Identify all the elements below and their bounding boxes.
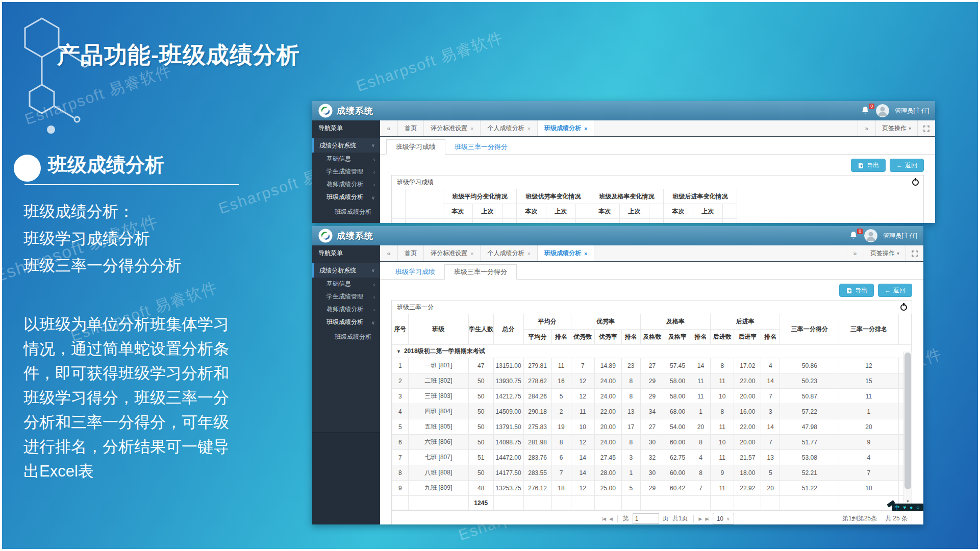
tab-class-score-analysis[interactable]: 班级成绩分析× <box>538 245 594 261</box>
tab-home[interactable]: 首页 <box>398 120 424 136</box>
fullscreen-icon[interactable] <box>917 120 935 136</box>
sidebar-item-teacher-score-analysis[interactable]: 教师成绩分析 ‹ <box>312 303 380 316</box>
app-window-top: 成绩系统 0 管理员[主任] 导航菜单 成绩分析系统 ∨ 基础信息 ‹ <box>312 101 935 223</box>
fullscreen-icon[interactable] <box>906 245 923 261</box>
sidebar-item-score-analysis-system[interactable]: 成绩分析系统 ∨ <box>312 138 380 153</box>
tabs-scroll-right-icon[interactable]: » <box>858 120 875 136</box>
sidebar-item-student-score-mgmt[interactable]: 学生成绩管理 ‹ <box>312 290 380 303</box>
notification-bell-icon[interactable]: 0 <box>861 106 870 116</box>
sidebar-subitem-class-score-analysis[interactable]: 班级成绩分析 <box>312 205 380 218</box>
select-arrow-icon: ∨ <box>726 516 730 521</box>
column-subheader <box>502 204 517 219</box>
export-button[interactable]: 导出 <box>851 159 886 172</box>
table-row[interactable]: 9九班 [809]4813253.75276.12181225.0052960.… <box>392 481 912 496</box>
cell: 47.98 <box>780 419 839 435</box>
first-page-icon[interactable]: |◀ <box>602 516 606 521</box>
table-row[interactable]: 5五班 [805]5013791.50275.83191020.00172754… <box>392 419 912 435</box>
user-name[interactable]: 管理员[主任] <box>883 232 917 240</box>
prev-page-icon[interactable]: ◀ <box>609 516 612 521</box>
cell: 14 <box>691 358 711 373</box>
tabs-scroll-right-icon[interactable]: » <box>846 245 864 261</box>
close-icon[interactable]: × <box>584 126 587 132</box>
tab-strip: « 首页 评分标准设置× 个人成绩分析× 班级成绩分析× » 页签操作▾ <box>380 120 935 137</box>
table-row[interactable]: 4四班 [804]5014509.00290.1821122.00133468.… <box>392 404 912 419</box>
toolbar: 导出 ← 返回 <box>380 280 923 300</box>
exam-group-row[interactable]: ▼2018级初二第一学期期末考试 <box>392 345 912 358</box>
tab-score-standard[interactable]: 评分标准设置× <box>424 120 481 136</box>
column-subheader: 排名 <box>691 330 711 345</box>
triangle-down-icon: ▼ <box>396 349 401 354</box>
sidebar-item-basic-info[interactable]: 基础信息 ‹ <box>312 153 380 165</box>
table-row[interactable]: 3三班 [803]5014212.75284.2651224.0082958.0… <box>392 389 912 404</box>
table-row[interactable]: 2二班 [802]5013930.75278.62161224.0082958.… <box>392 373 912 389</box>
sidebar-item-teacher-score-analysis[interactable]: 教师成绩分析 ‹ <box>312 178 380 191</box>
sidebar-item-score-analysis-system[interactable]: 成绩分析系统 ∨ <box>312 263 380 278</box>
page-number-input[interactable] <box>633 513 659 524</box>
app-brand: 成绩系统 <box>337 230 373 242</box>
cell: 27.45 <box>594 450 621 465</box>
settings-icon[interactable] <box>912 179 919 186</box>
table-row[interactable]: 6六班 [806]5014098.75281.9881224.0083060.0… <box>392 435 912 450</box>
cell <box>392 496 409 510</box>
page-size-select[interactable]: 10 ∨ <box>713 513 734 524</box>
last-page-icon[interactable]: ▶| <box>705 516 709 521</box>
ime-toolbar[interactable]: 中 ♥ ● ○ <box>892 504 923 511</box>
subtab-three-rates-score[interactable]: 班级三率一分得分 <box>445 140 517 154</box>
next-page-icon[interactable]: ▶ <box>699 516 702 521</box>
tab-operations-dropdown[interactable]: 页签操作▾ <box>875 120 917 136</box>
sidebar-item-basic-info[interactable]: 基础信息 ‹ <box>312 278 380 290</box>
app-window-front: 成绩系统 0 管理员[主任] 导航菜单 成绩分析系统 ∨ 基础信息 ‹ <box>312 226 923 524</box>
close-icon[interactable]: × <box>527 126 530 132</box>
slide-background: Esharpsoft 易睿软件 Esharpsoft 易睿软件 Esharpso… <box>0 0 980 551</box>
subtab-class-study-score[interactable]: 班级学习成绩 <box>386 139 445 155</box>
user-name[interactable]: 管理员[主任] <box>895 107 929 115</box>
tab-personal-score-analysis[interactable]: 个人成绩分析× <box>481 120 537 136</box>
sidebar-subitem-class-score-analysis[interactable]: 班级成绩分析 <box>312 330 380 343</box>
tab-personal-score-analysis[interactable]: 个人成绩分析× <box>481 245 537 261</box>
cell: 14177.50 <box>493 465 523 481</box>
table-row[interactable]: 7七班 [807]5114472.00283.7661427.4533262.7… <box>392 450 912 465</box>
notification-bell-icon[interactable]: 0 <box>849 231 859 241</box>
panel-title: 班级学习成绩 <box>397 179 434 186</box>
cell: 50 <box>468 419 493 435</box>
scrollbar-down-arrow-icon[interactable]: ▼ <box>904 499 912 503</box>
subtab-three-rates-score[interactable]: 班级三率一分得分 <box>444 264 517 280</box>
tab-home[interactable]: 首页 <box>398 245 424 261</box>
user-avatar[interactable] <box>876 104 889 117</box>
close-icon[interactable]: × <box>527 251 530 257</box>
close-icon[interactable]: × <box>584 251 587 257</box>
tab-operations-dropdown[interactable]: 页签操作▾ <box>864 245 906 261</box>
close-icon[interactable]: × <box>470 251 473 257</box>
cell: 8 <box>691 435 711 450</box>
sidebar-item-class-score-analysis[interactable]: 班级成绩分析 ∨ <box>312 316 380 329</box>
user-avatar[interactable] <box>864 229 877 242</box>
pagination-bar: |◀ ◀ 第 页 共1页 ▶ ▶| 10 ∨ 第1到第 <box>392 510 912 524</box>
cell: 10 <box>839 481 898 496</box>
export-button[interactable]: 导出 <box>839 284 874 297</box>
vertical-scrollbar[interactable]: ▼ <box>903 352 912 503</box>
tabs-scroll-left-icon[interactable]: « <box>380 120 398 136</box>
back-button[interactable]: ← 返回 <box>890 159 924 172</box>
column-subheader: 本次 <box>664 204 693 219</box>
cell: 62.75 <box>664 450 691 465</box>
cell: 52.21 <box>780 465 839 481</box>
table-row[interactable]: 1一班 [801]4713151.00279.8111714.89232757.… <box>392 358 912 373</box>
sidebar-item-class-score-analysis[interactable]: 班级成绩分析 ∨ <box>312 191 380 204</box>
cell: 50 <box>468 373 493 389</box>
tab-class-score-analysis[interactable]: 班级成绩分析× <box>538 120 594 136</box>
back-button[interactable]: ← 返回 <box>878 284 912 297</box>
table-row[interactable]: 8八班 [808]5014177.50283.5571428.0013060.0… <box>392 465 912 481</box>
chevron-down-icon: ∨ <box>371 263 375 278</box>
tabs-scroll-left-icon[interactable]: « <box>380 245 398 261</box>
cell: 13253.75 <box>493 481 523 496</box>
tab-score-standard[interactable]: 评分标准设置× <box>424 245 481 261</box>
sidebar-item-student-score-mgmt[interactable]: 学生成绩管理 ‹ <box>312 165 380 178</box>
subtab-class-study-score[interactable]: 班级学习成绩 <box>386 265 444 279</box>
close-icon[interactable]: × <box>470 126 473 132</box>
cell: 29 <box>640 389 664 404</box>
settings-icon[interactable] <box>900 304 907 311</box>
scrollbar-thumb[interactable] <box>904 353 911 489</box>
empty-area <box>737 189 923 219</box>
cell: 13151.00 <box>493 358 523 373</box>
column-group-header: 班级及格率变化情况 <box>590 189 664 204</box>
